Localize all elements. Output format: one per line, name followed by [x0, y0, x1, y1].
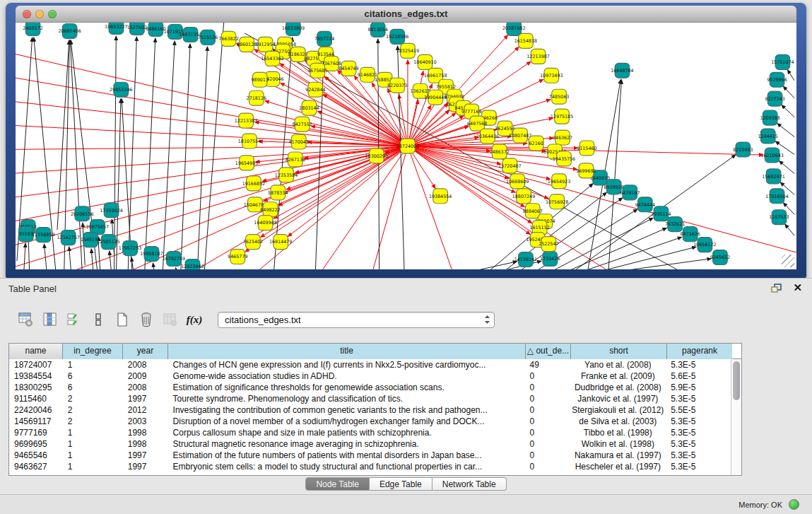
table-cell[interactable]: Genome-wide association studies in ADHD. — [168, 370, 525, 382]
table-cell[interactable]: Stergiakouli et al. (2012) — [570, 404, 666, 416]
graph-node[interactable]: 18107554 — [238, 134, 261, 148]
graph-node[interactable]: 3675685 — [307, 63, 327, 78]
column-header-short[interactable]: short — [571, 344, 667, 359]
graph-node[interactable]: 9465779 — [228, 250, 247, 264]
tab-edge-table[interactable]: Edge Table — [370, 477, 433, 491]
table-cell[interactable]: de Silva et al. (2003) — [570, 416, 666, 427]
graph-node[interactable]: 16648784 — [611, 63, 633, 78]
graph-node[interactable]: 10973493 — [540, 68, 563, 83]
delete-table-icon[interactable] — [136, 309, 157, 330]
graph-node[interactable]: 7625402 — [243, 235, 263, 250]
graph-node[interactable]: 4170043 — [289, 134, 309, 149]
graph-node[interactable]: 8860128 — [237, 37, 257, 52]
table-row[interactable]: 1456911722003Disruption of a novel membe… — [9, 416, 731, 427]
table-cell[interactable]: 0 — [525, 450, 570, 461]
table-cell[interactable]: 2012 — [123, 404, 168, 416]
table-cell[interactable]: 5.3E-5 — [666, 438, 731, 450]
graph-node[interactable]: 9115460 — [577, 141, 596, 156]
graph-node[interactable]: 8215953 — [733, 142, 753, 157]
graph-node[interactable]: 1733426 — [540, 252, 560, 267]
tab-network-table[interactable]: Network Table — [433, 477, 507, 491]
graph-node[interactable]: 17957253 — [119, 241, 141, 256]
table-cell[interactable]: Tibbo et al. (1998) — [570, 427, 666, 438]
graph-node[interactable]: 2803144 — [299, 100, 319, 115]
table-cell[interactable]: 2009 — [123, 370, 168, 382]
table-cell[interactable]: Disruption of a novel member of a sodium… — [168, 416, 525, 427]
graph-node[interactable]: 18640910 — [413, 54, 436, 69]
table-settings-icon[interactable] — [16, 309, 37, 330]
table-cell[interactable]: 1998 — [123, 427, 168, 438]
table-row[interactable]: 2242004622012Investigating the contribut… — [9, 404, 731, 416]
table-cell[interactable]: 0 — [525, 382, 570, 393]
table-cell[interactable]: 2008 — [123, 359, 168, 370]
table-cell[interactable]: 1 — [63, 438, 123, 450]
graph-node[interactable]: 7486372 — [489, 144, 509, 159]
table-cell[interactable]: 14569117 — [9, 416, 63, 427]
table-cell[interactable]: 5.3E-5 — [666, 450, 731, 461]
close-panel-icon[interactable]: ✕ — [793, 281, 802, 294]
table-cell[interactable]: Hescheler et al. (1997) — [570, 461, 666, 472]
scrollbar-thumb[interactable] — [733, 361, 740, 400]
graph-node[interactable]: 8466160 — [146, 23, 165, 36]
table-cell[interactable]: Estimation of the future numbers of pati… — [168, 450, 525, 461]
table-cell[interactable]: 49 — [525, 359, 570, 370]
table-cell[interactable]: 0 — [525, 461, 570, 472]
table-cell[interactable]: 1 — [63, 359, 123, 370]
table-cell[interactable]: 1 — [63, 450, 123, 461]
graph-node[interactable]: 16409948 — [254, 216, 276, 230]
table-cell[interactable]: Tourette syndrome. Phenomenology and cla… — [168, 393, 525, 404]
resize-grip-icon[interactable] — [782, 255, 794, 267]
graph-node[interactable]: 18807249 — [512, 189, 535, 204]
table-row[interactable]: 1830029562008Estimation of significance … — [9, 382, 731, 393]
table-cell[interactable]: 22420046 — [9, 404, 63, 416]
column-header-year[interactable]: year — [123, 344, 168, 359]
table-cell[interactable]: 2 — [63, 404, 123, 416]
graph-node[interactable]: 9699695 — [576, 163, 596, 178]
graph-node[interactable]: 9242844 — [305, 82, 325, 97]
select-all-rows-icon[interactable] — [64, 309, 85, 330]
graph-node[interactable]: 9474444 — [635, 197, 655, 212]
table-selector-dropdown[interactable]: citations_edges.txt — [218, 312, 495, 328]
graph-node[interactable]: 8813054 — [368, 23, 388, 37]
graph-node[interactable]: 12342757 — [57, 230, 79, 245]
graph-node[interactable]: 14136141 — [514, 252, 537, 267]
table-cell[interactable]: 5.3E-5 — [666, 416, 731, 427]
network-canvas[interactable]: 1872400724055722069140610653227152760284… — [16, 23, 796, 269]
column-header-out_de[interactable]: △ out_de... — [526, 344, 571, 359]
table-cell[interactable]: 2003 — [123, 416, 168, 427]
table-cell[interactable]: 1997 — [123, 450, 168, 461]
table-cell[interactable]: 1 — [63, 461, 123, 472]
graph-node[interactable]: 1167533 — [769, 210, 789, 225]
table-cell[interactable]: 0 — [525, 438, 570, 450]
column-header-pagerank[interactable]: pagerank — [667, 344, 732, 359]
graph-node[interactable]: 16914479 — [269, 235, 292, 250]
table-cell[interactable]: Structural magnetic resonance image aver… — [168, 438, 525, 450]
graph-node[interactable]: 18325419 — [396, 43, 419, 58]
graph-node[interactable]: 17359924 — [100, 203, 122, 218]
graph-node[interactable]: 7485063 — [549, 89, 569, 104]
vertical-scrollbar[interactable] — [731, 359, 741, 475]
table-cell[interactable]: 5.9E-5 — [666, 382, 731, 393]
graph-node[interactable]: 19218586 — [386, 29, 408, 44]
table-row[interactable]: 1938455462009Genome-wide association stu… — [9, 370, 731, 382]
graph-node[interactable]: 1527602 — [127, 23, 147, 35]
table-cell[interactable]: 2 — [63, 416, 123, 427]
graph-node[interactable]: 10653227 — [105, 23, 127, 34]
table-cell[interactable]: 5.3E-5 — [666, 427, 731, 438]
graph-node[interactable]: 12975185 — [551, 109, 573, 124]
table-cell[interactable]: Yano et al. (2008) — [570, 359, 666, 370]
function-builder-icon[interactable]: f(x) — [184, 309, 205, 330]
table-row[interactable]: 946362711997Embryonic stem cells: a mode… — [9, 461, 731, 472]
table-cell[interactable]: 1998 — [123, 438, 168, 450]
table-cell[interactable]: Nakamura et al. (1997) — [570, 450, 666, 461]
table-cell[interactable]: 1997 — [123, 461, 168, 472]
table-cell[interactable]: 9465546 — [9, 450, 63, 461]
table-cell[interactable]: 9115460 — [9, 393, 63, 404]
table-cell[interactable]: 5.3E-5 — [666, 461, 731, 472]
graph-node[interactable]: 15692971 — [762, 169, 784, 184]
graph-node[interactable]: 1209388 — [760, 110, 779, 125]
graph-node[interactable]: 19654923 — [548, 174, 570, 189]
table-cell[interactable]: 0 — [525, 404, 570, 416]
table-cell[interactable]: 9463627 — [9, 461, 63, 472]
float-panel-icon[interactable] — [771, 284, 782, 293]
